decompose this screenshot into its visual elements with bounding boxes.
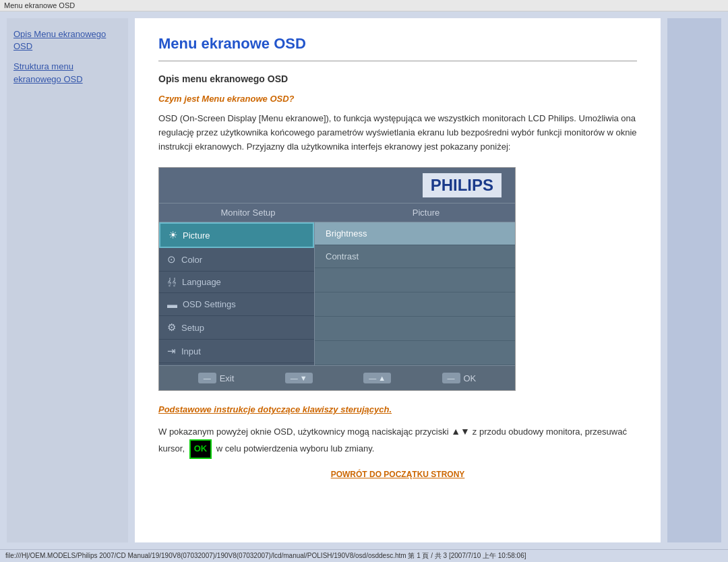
status-bar-text: file:///H|/OEM.MODELS/Philips 2007/CD Ma…: [5, 552, 526, 559]
osd-right-brightness-label: Brightness: [326, 228, 367, 239]
osd-right-empty-2: [315, 292, 515, 317]
ok-btn-icon: —: [442, 373, 460, 383]
osd-btn-ok: — OK: [442, 373, 477, 383]
status-bar: file:///H|/OEM.MODELS/Philips 2007/CD Ma…: [0, 549, 728, 562]
body-text-1: OSD (On-Screen Display [Menu ekranowe]),…: [158, 112, 637, 154]
input-icon: ⇥: [167, 345, 176, 357]
body-text-2c: w celu potwierdzenia wyboru lub zmiany.: [216, 443, 375, 454]
section-title: Opis menu ekranowego OSD: [158, 73, 637, 84]
down-btn-icon: — ▼: [285, 373, 313, 383]
osd-left-menu: ☀ Picture ⊙ Color 𝄞𝄞 Language ▬ OSD Sett…: [159, 222, 314, 365]
osd-btn-exit: — Exit: [198, 373, 235, 383]
page-title: Menu ekranowe OSD: [158, 35, 637, 53]
subsection-title: Czym jest Menu ekranowe OSD?: [158, 94, 637, 104]
body-text-2a: W pokazanym powyżej oknie OSD, użytkowni…: [158, 427, 449, 437]
osd-menu-col-picture: Picture: [337, 204, 515, 222]
osd-menu-item-color[interactable]: ⊙ Color: [159, 248, 314, 272]
osd-image: PHILIPS Monitor Setup Picture ☀ Picture …: [158, 167, 516, 391]
osd-body: ☀ Picture ⊙ Color 𝄞𝄞 Language ▬ OSD Sett…: [159, 222, 515, 365]
osd-footer: — Exit — ▼ — ▲ — OK: [159, 365, 515, 390]
osd-btn-exit-label: Exit: [220, 373, 235, 383]
osd-settings-icon: ▬: [167, 299, 177, 310]
content-area: Menu ekranowe OSD Opis menu ekranowego O…: [135, 18, 661, 542]
triangle-icons: ▲▼: [451, 426, 473, 437]
title-bar: Menu ekranowe OSD: [0, 0, 728, 11]
ok-badge: OK: [189, 439, 212, 459]
osd-menu-item-picture[interactable]: ☀ Picture: [159, 222, 314, 248]
osd-menu-row: Monitor Setup Picture: [159, 204, 515, 222]
color-icon: ⊙: [167, 253, 176, 266]
osd-menu-col-setup: Monitor Setup: [159, 204, 337, 222]
osd-menu-item-language[interactable]: 𝄞𝄞 Language: [159, 272, 314, 293]
up-btn-icon: — ▲: [363, 373, 391, 383]
sidebar-link-opis[interactable]: Opis Menu ekranowego OSD: [13, 28, 121, 53]
osd-btn-up: — ▲: [363, 373, 391, 383]
divider: [158, 61, 637, 61]
osd-btn-down: — ▼: [285, 373, 313, 383]
philips-logo: PHILIPS: [423, 173, 502, 197]
osd-header: PHILIPS: [159, 168, 515, 204]
osd-btn-ok-label: OK: [464, 373, 477, 383]
osd-right-contrast[interactable]: Contrast: [315, 245, 515, 268]
setup-icon: ⚙: [167, 321, 176, 334]
osd-menu-item-input[interactable]: ⇥ Input: [159, 340, 314, 363]
language-icon: 𝄞𝄞: [167, 278, 177, 286]
right-panel: [667, 18, 721, 542]
sidebar-link-struktura[interactable]: Struktura menu ekranowego OSD: [13, 61, 121, 85]
osd-menu-item-language-label: Language: [182, 277, 221, 287]
osd-right-empty-1: [315, 268, 515, 292]
osd-menu-item-osd-settings-label: OSD Settings: [183, 299, 236, 309]
exit-btn-icon: —: [198, 373, 216, 383]
osd-menu-item-setup[interactable]: ⚙ Setup: [159, 316, 314, 340]
osd-menu-item-setup-label: Setup: [181, 323, 204, 333]
bold-link: Podstawowe instrukcje dotyczące klawiszy…: [158, 404, 392, 414]
osd-right-panel: Brightness Contrast: [314, 222, 515, 365]
osd-right-brightness[interactable]: Brightness: [315, 222, 515, 245]
body-text-2: W pokazanym powyżej oknie OSD, użytkowni…: [158, 424, 637, 459]
picture-icon: ☀: [169, 229, 177, 241]
osd-right-empty-3: [315, 317, 515, 341]
osd-menu-item-osd-settings[interactable]: ▬ OSD Settings: [159, 293, 314, 316]
main-layout: Opis Menu ekranowego OSD Struktura menu …: [0, 11, 728, 549]
title-bar-text: Menu ekranowe OSD: [4, 1, 75, 9]
osd-right-contrast-label: Contrast: [326, 251, 359, 261]
powrot-link[interactable]: POWRÓT DO POCZĄTKU STRONY: [158, 470, 637, 479]
osd-right-empty-4: [315, 341, 515, 365]
osd-menu-item-input-label: Input: [181, 346, 201, 356]
osd-menu-item-picture-label: Picture: [183, 230, 210, 241]
osd-menu-item-color-label: Color: [181, 255, 202, 265]
sidebar: Opis Menu ekranowego OSD Struktura menu …: [7, 18, 128, 542]
